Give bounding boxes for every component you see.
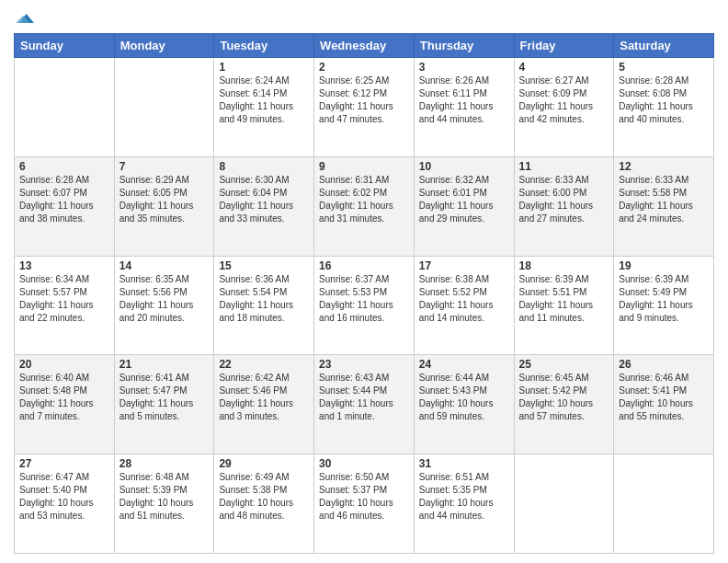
day-number: 22 xyxy=(219,358,309,371)
calendar-day-cell xyxy=(614,454,714,554)
day-info: Sunrise: 6:36 AM Sunset: 5:54 PM Dayligh… xyxy=(219,273,309,325)
day-number: 4 xyxy=(519,61,609,74)
calendar-day-cell: 28Sunrise: 6:48 AM Sunset: 5:39 PM Dayli… xyxy=(114,454,214,554)
day-number: 13 xyxy=(19,259,109,272)
calendar-day-cell: 12Sunrise: 6:33 AM Sunset: 5:58 PM Dayli… xyxy=(614,156,714,256)
day-number: 9 xyxy=(319,160,409,173)
day-info: Sunrise: 6:51 AM Sunset: 5:35 PM Dayligh… xyxy=(419,471,509,523)
weekday-header: Thursday xyxy=(414,34,514,58)
day-info: Sunrise: 6:29 AM Sunset: 6:05 PM Dayligh… xyxy=(119,174,210,225)
day-info: Sunrise: 6:47 AM Sunset: 5:40 PM Dayligh… xyxy=(19,471,109,523)
day-info: Sunrise: 6:50 AM Sunset: 5:37 PM Dayligh… xyxy=(319,471,409,523)
day-number: 7 xyxy=(119,160,210,173)
day-info: Sunrise: 6:27 AM Sunset: 6:09 PM Dayligh… xyxy=(519,75,609,126)
day-number: 31 xyxy=(419,457,509,470)
calendar-day-cell: 20Sunrise: 6:40 AM Sunset: 5:48 PM Dayli… xyxy=(15,355,115,454)
calendar-day-cell: 11Sunrise: 6:33 AM Sunset: 6:00 PM Dayli… xyxy=(514,156,614,256)
day-number: 1 xyxy=(219,61,309,74)
weekday-header: Friday xyxy=(514,34,614,58)
day-info: Sunrise: 6:46 AM Sunset: 5:41 PM Dayligh… xyxy=(619,372,709,423)
day-number: 15 xyxy=(219,259,309,272)
day-info: Sunrise: 6:40 AM Sunset: 5:48 PM Dayligh… xyxy=(19,372,109,423)
day-number: 23 xyxy=(319,358,409,371)
calendar-day-cell: 19Sunrise: 6:39 AM Sunset: 5:49 PM Dayli… xyxy=(614,256,714,355)
calendar-day-cell: 25Sunrise: 6:45 AM Sunset: 5:42 PM Dayli… xyxy=(514,355,614,454)
day-info: Sunrise: 6:28 AM Sunset: 6:07 PM Dayligh… xyxy=(19,174,109,225)
calendar-day-cell: 7Sunrise: 6:29 AM Sunset: 6:05 PM Daylig… xyxy=(114,156,214,256)
calendar-day-cell: 30Sunrise: 6:50 AM Sunset: 5:37 PM Dayli… xyxy=(314,454,415,554)
calendar-day-cell xyxy=(114,58,214,157)
day-info: Sunrise: 6:49 AM Sunset: 5:38 PM Dayligh… xyxy=(219,471,309,523)
calendar-day-cell: 16Sunrise: 6:37 AM Sunset: 5:53 PM Dayli… xyxy=(314,256,415,355)
day-info: Sunrise: 6:24 AM Sunset: 6:14 PM Dayligh… xyxy=(219,75,309,126)
day-number: 29 xyxy=(219,457,309,470)
calendar-day-cell xyxy=(15,58,115,157)
day-number: 8 xyxy=(219,160,309,173)
weekday-header: Wednesday xyxy=(314,34,415,58)
calendar-week-row: 13Sunrise: 6:34 AM Sunset: 5:57 PM Dayli… xyxy=(15,256,714,355)
day-info: Sunrise: 6:41 AM Sunset: 5:47 PM Dayligh… xyxy=(119,372,210,423)
calendar-day-cell: 18Sunrise: 6:39 AM Sunset: 5:51 PM Dayli… xyxy=(514,256,614,355)
day-number: 11 xyxy=(519,160,609,173)
calendar-day-cell: 9Sunrise: 6:31 AM Sunset: 6:02 PM Daylig… xyxy=(314,156,415,256)
day-info: Sunrise: 6:30 AM Sunset: 6:04 PM Dayligh… xyxy=(219,174,309,225)
day-info: Sunrise: 6:26 AM Sunset: 6:11 PM Dayligh… xyxy=(419,75,509,126)
logo-icon xyxy=(16,9,34,28)
calendar-day-cell: 22Sunrise: 6:42 AM Sunset: 5:46 PM Dayli… xyxy=(214,355,314,454)
calendar-day-cell: 31Sunrise: 6:51 AM Sunset: 5:35 PM Dayli… xyxy=(414,454,514,554)
weekday-header: Tuesday xyxy=(214,34,314,58)
calendar-day-cell: 29Sunrise: 6:49 AM Sunset: 5:38 PM Dayli… xyxy=(214,454,314,554)
day-number: 6 xyxy=(19,160,109,173)
day-info: Sunrise: 6:39 AM Sunset: 5:49 PM Dayligh… xyxy=(619,273,709,325)
calendar-day-cell: 23Sunrise: 6:43 AM Sunset: 5:44 PM Dayli… xyxy=(314,355,415,454)
calendar-day-cell: 2Sunrise: 6:25 AM Sunset: 6:12 PM Daylig… xyxy=(314,58,415,157)
calendar-day-cell: 4Sunrise: 6:27 AM Sunset: 6:09 PM Daylig… xyxy=(514,58,614,157)
calendar-day-cell: 27Sunrise: 6:47 AM Sunset: 5:40 PM Dayli… xyxy=(15,454,115,554)
day-number: 30 xyxy=(319,457,409,470)
weekday-header: Sunday xyxy=(15,34,115,58)
calendar-table: SundayMondayTuesdayWednesdayThursdayFrid… xyxy=(14,33,714,554)
day-info: Sunrise: 6:43 AM Sunset: 5:44 PM Dayligh… xyxy=(319,372,409,423)
day-number: 25 xyxy=(519,358,609,371)
day-number: 19 xyxy=(619,259,709,272)
calendar-day-cell: 14Sunrise: 6:35 AM Sunset: 5:56 PM Dayli… xyxy=(114,256,214,355)
calendar-day-cell xyxy=(514,454,614,554)
day-number: 27 xyxy=(19,457,109,470)
day-number: 18 xyxy=(519,259,609,272)
day-info: Sunrise: 6:25 AM Sunset: 6:12 PM Dayligh… xyxy=(319,75,409,126)
day-info: Sunrise: 6:42 AM Sunset: 5:46 PM Dayligh… xyxy=(219,372,309,423)
day-number: 16 xyxy=(319,259,409,272)
day-number: 28 xyxy=(119,457,210,470)
day-info: Sunrise: 6:32 AM Sunset: 6:01 PM Dayligh… xyxy=(419,174,509,225)
header xyxy=(14,9,714,28)
day-info: Sunrise: 6:45 AM Sunset: 5:42 PM Dayligh… xyxy=(519,372,609,423)
weekday-header: Monday xyxy=(114,34,214,58)
calendar-day-cell: 5Sunrise: 6:28 AM Sunset: 6:08 PM Daylig… xyxy=(614,58,714,157)
day-number: 20 xyxy=(19,358,109,371)
calendar-header-row: SundayMondayTuesdayWednesdayThursdayFrid… xyxy=(15,34,714,58)
calendar-week-row: 27Sunrise: 6:47 AM Sunset: 5:40 PM Dayli… xyxy=(15,454,714,554)
day-info: Sunrise: 6:34 AM Sunset: 5:57 PM Dayligh… xyxy=(19,273,109,325)
day-number: 3 xyxy=(419,61,509,74)
calendar-day-cell: 26Sunrise: 6:46 AM Sunset: 5:41 PM Dayli… xyxy=(614,355,714,454)
day-number: 2 xyxy=(319,61,409,74)
calendar-day-cell: 24Sunrise: 6:44 AM Sunset: 5:43 PM Dayli… xyxy=(414,355,514,454)
calendar-day-cell: 6Sunrise: 6:28 AM Sunset: 6:07 PM Daylig… xyxy=(15,156,115,256)
day-info: Sunrise: 6:39 AM Sunset: 5:51 PM Dayligh… xyxy=(519,273,609,325)
calendar-day-cell: 1Sunrise: 6:24 AM Sunset: 6:14 PM Daylig… xyxy=(214,58,314,157)
day-number: 10 xyxy=(419,160,509,173)
calendar-day-cell: 15Sunrise: 6:36 AM Sunset: 5:54 PM Dayli… xyxy=(214,256,314,355)
calendar-day-cell: 3Sunrise: 6:26 AM Sunset: 6:11 PM Daylig… xyxy=(414,58,514,157)
day-info: Sunrise: 6:44 AM Sunset: 5:43 PM Dayligh… xyxy=(419,372,509,423)
day-number: 21 xyxy=(119,358,210,371)
calendar-day-cell: 17Sunrise: 6:38 AM Sunset: 5:52 PM Dayli… xyxy=(414,256,514,355)
day-number: 14 xyxy=(119,259,210,272)
calendar-day-cell: 8Sunrise: 6:30 AM Sunset: 6:04 PM Daylig… xyxy=(214,156,314,256)
calendar-week-row: 20Sunrise: 6:40 AM Sunset: 5:48 PM Dayli… xyxy=(15,355,714,454)
day-info: Sunrise: 6:38 AM Sunset: 5:52 PM Dayligh… xyxy=(419,273,509,325)
day-info: Sunrise: 6:28 AM Sunset: 6:08 PM Dayligh… xyxy=(619,75,709,126)
calendar-day-cell: 10Sunrise: 6:32 AM Sunset: 6:01 PM Dayli… xyxy=(414,156,514,256)
day-info: Sunrise: 6:37 AM Sunset: 5:53 PM Dayligh… xyxy=(319,273,409,325)
day-info: Sunrise: 6:35 AM Sunset: 5:56 PM Dayligh… xyxy=(119,273,210,325)
calendar-week-row: 6Sunrise: 6:28 AM Sunset: 6:07 PM Daylig… xyxy=(15,156,714,256)
